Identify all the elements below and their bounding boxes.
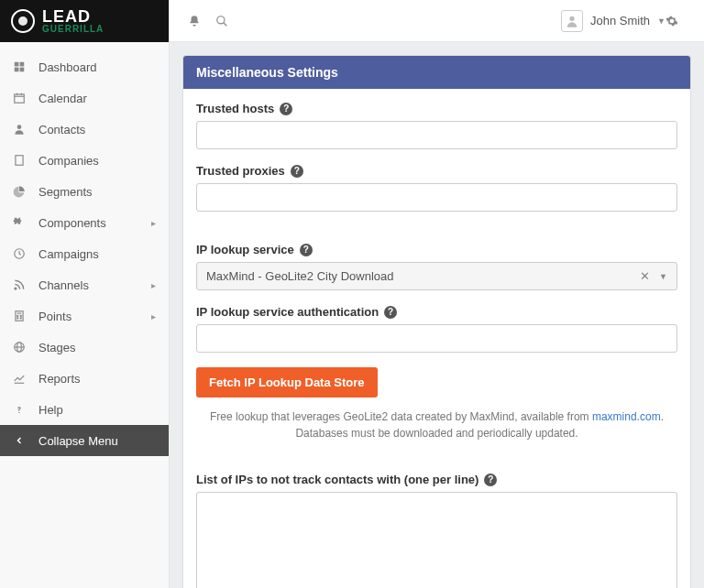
svg-rect-4 <box>15 94 25 103</box>
logo-main: LEAD <box>42 8 104 25</box>
user-name: John Smith <box>590 14 650 27</box>
main: John Smith ▼ Miscellaneous Settings Trus… <box>170 0 704 588</box>
logo-sub: GUERRILLA <box>42 25 104 34</box>
collapse-menu-button[interactable]: Collapse Menu <box>0 425 169 456</box>
svg-line-27 <box>224 22 227 26</box>
help-icon[interactable]: ? <box>384 306 397 319</box>
svg-rect-9 <box>16 156 23 166</box>
svg-rect-2 <box>15 68 19 72</box>
svg-rect-0 <box>15 62 19 67</box>
sidebar-item-label: Calendar <box>38 92 87 105</box>
clear-icon[interactable]: ✕ <box>640 269 650 283</box>
sidebar-item-label: Help <box>38 403 63 417</box>
help-icon[interactable]: ? <box>291 165 303 178</box>
ip-lookup-hint: Free lookup that leverages GeoLite2 data… <box>196 408 677 441</box>
building-icon <box>13 154 26 167</box>
user-menu[interactable]: John Smith ▼ <box>561 10 666 32</box>
sidebar: LEAD GUERRILLA DashboardCalendarContacts… <box>0 0 170 588</box>
puzzle-icon <box>13 216 26 229</box>
chevron-right-icon: ▸ <box>151 311 156 321</box>
chevron-down-icon: ▼ <box>659 272 667 281</box>
maxmind-link[interactable]: maxmind.com <box>592 410 661 423</box>
bell-icon <box>188 15 201 27</box>
fetch-ip-lookup-button[interactable]: Fetch IP Lookup Data Store <box>196 367 378 397</box>
svg-rect-1 <box>20 62 25 67</box>
sidebar-item-help[interactable]: Help <box>0 394 169 425</box>
sidebar-item-label: Components <box>38 216 106 230</box>
sidebar-item-dashboard[interactable]: Dashboard <box>0 51 169 82</box>
help-icon[interactable]: ? <box>300 244 313 256</box>
settings-button[interactable] <box>666 15 693 27</box>
sidebar-item-calendar[interactable]: Calendar <box>0 82 169 114</box>
question-icon <box>13 403 26 416</box>
sidebar-item-campaigns[interactable]: Campaigns <box>0 238 169 269</box>
collapse-menu-label: Collapse Menu <box>38 434 118 448</box>
sidebar-item-points[interactable]: Points▸ <box>0 300 169 332</box>
settings-panel: Miscellaneous Settings Trusted hosts ? T… <box>182 55 691 588</box>
sidebar-item-label: Segments <box>38 185 93 199</box>
svg-point-15 <box>15 288 16 289</box>
trusted-proxies-label: Trusted proxies <box>196 164 285 178</box>
sidebar-item-label: Stages <box>38 341 75 354</box>
svg-point-8 <box>17 125 22 129</box>
ip-lookup-auth-input[interactable] <box>196 324 677 353</box>
dashboard-icon <box>13 60 26 73</box>
sidebar-item-companies[interactable]: Companies <box>0 145 169 176</box>
svg-point-18 <box>17 315 18 316</box>
clock-icon <box>13 247 26 260</box>
sidebar-item-label: Campaigns <box>38 247 99 261</box>
help-icon[interactable]: ? <box>280 103 292 115</box>
search-button[interactable] <box>208 7 236 35</box>
ip-lookup-auth-label: IP lookup service authentication <box>196 305 379 319</box>
avatar-icon <box>561 10 583 32</box>
trusted-hosts-label: Trusted hosts <box>196 102 274 115</box>
ips-no-track-textarea[interactable] <box>196 492 677 588</box>
chart-icon <box>13 372 26 385</box>
svg-point-21 <box>20 318 21 319</box>
globe-icon <box>13 341 26 354</box>
gear-icon <box>666 15 693 27</box>
sidebar-item-label: Channels <box>38 278 89 292</box>
sidebar-item-label: Dashboard <box>38 60 97 74</box>
sidebar-nav: DashboardCalendarContactsCompaniesSegmen… <box>0 42 169 588</box>
chevron-left-icon <box>13 434 26 447</box>
logo-icon <box>11 9 35 33</box>
notifications-button[interactable] <box>181 7 208 35</box>
sidebar-item-label: Contacts <box>38 123 85 136</box>
search-icon <box>215 15 228 27</box>
caret-down-icon: ▼ <box>657 16 666 26</box>
sidebar-item-stages[interactable]: Stages <box>0 332 169 363</box>
calendar-icon <box>13 92 26 104</box>
svg-point-20 <box>17 318 18 319</box>
svg-point-25 <box>18 412 19 413</box>
content-area: Miscellaneous Settings Trusted hosts ? T… <box>170 42 704 588</box>
panel-title: Miscellaneous Settings <box>183 56 690 89</box>
svg-point-28 <box>569 16 574 20</box>
trusted-proxies-input[interactable] <box>196 183 677 212</box>
svg-point-26 <box>217 16 225 23</box>
pie-icon <box>13 185 26 198</box>
ip-lookup-label: IP lookup service <box>196 243 294 256</box>
chevron-right-icon: ▸ <box>151 218 156 228</box>
rss-icon <box>13 278 26 291</box>
chevron-right-icon: ▸ <box>151 280 156 290</box>
svg-rect-3 <box>20 68 25 72</box>
svg-point-19 <box>20 315 21 316</box>
sidebar-item-label: Reports <box>38 372 81 386</box>
ip-lookup-selected: MaxMind - GeoLite2 City Download <box>206 269 393 283</box>
calculator-icon <box>13 310 26 322</box>
topbar: John Smith ▼ <box>170 0 704 42</box>
sidebar-item-segments[interactable]: Segments <box>0 176 169 207</box>
user-icon <box>13 123 26 136</box>
ip-lookup-select[interactable]: MaxMind - GeoLite2 City Download ✕ ▼ <box>196 262 677 290</box>
trusted-hosts-input[interactable] <box>196 121 677 149</box>
sidebar-item-contacts[interactable]: Contacts <box>0 114 169 145</box>
logo[interactable]: LEAD GUERRILLA <box>0 0 169 42</box>
sidebar-item-channels[interactable]: Channels▸ <box>0 269 169 300</box>
help-icon[interactable]: ? <box>484 474 497 486</box>
ips-no-track-label: List of IPs to not track contacts with (… <box>196 473 478 486</box>
sidebar-item-components[interactable]: Components▸ <box>0 207 169 238</box>
sidebar-item-label: Points <box>38 310 72 323</box>
sidebar-item-label: Companies <box>38 154 99 168</box>
sidebar-item-reports[interactable]: Reports <box>0 363 169 394</box>
